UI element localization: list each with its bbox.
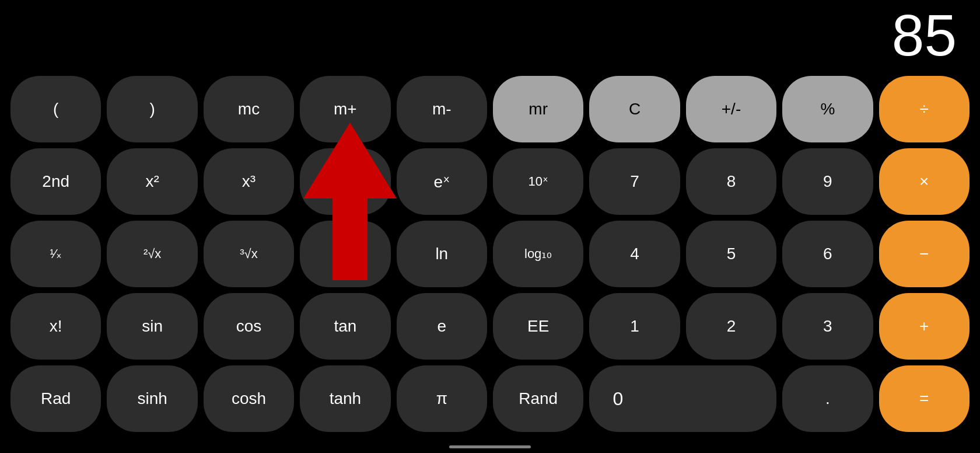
m-minus-button[interactable]: m- [397,76,487,142]
zero-button[interactable]: 0 [589,365,776,432]
tanh-button[interactable]: tanh [300,365,390,432]
rand-button[interactable]: Rand [493,365,583,432]
display: 85 [0,0,980,76]
ten-to-x-button[interactable]: 10ˣ [493,148,583,215]
five-button[interactable]: 5 [686,221,776,287]
decimal-button[interactable]: . [782,365,873,432]
display-number: 85 [892,6,957,64]
factorial-button[interactable]: x! [10,293,101,360]
sqrt-x-button[interactable]: ²√x [107,221,197,287]
sin-button[interactable]: sin [107,293,197,360]
x-squared-button[interactable]: x² [107,148,197,215]
multiply-button[interactable]: × [879,148,970,215]
e-to-x-button[interactable]: eˣ [397,148,487,215]
close-paren-button[interactable]: ) [107,76,197,142]
euler-button[interactable]: e [397,293,487,360]
m-plus-button[interactable]: m+ [300,76,390,142]
sinh-button[interactable]: sinh [107,365,197,432]
plus-minus-button[interactable]: +/- [686,76,776,142]
log10-button[interactable]: log₁₀ [493,221,583,287]
divide-button[interactable]: ÷ [879,76,970,142]
y-root-x-button[interactable]: ʸ√x [300,221,390,287]
subtract-button[interactable]: − [879,221,970,287]
cos-button[interactable]: cos [204,293,294,360]
x-cubed-button[interactable]: x³ [204,148,294,215]
nine-button[interactable]: 9 [782,148,873,215]
seven-button[interactable]: 7 [589,148,680,215]
pi-button[interactable]: π [397,365,487,432]
four-button[interactable]: 4 [589,221,680,287]
mc-button[interactable]: mc [204,76,294,142]
cosh-button[interactable]: cosh [204,365,294,432]
one-over-x-button[interactable]: ¹⁄ₓ [10,221,101,287]
three-button[interactable]: 3 [782,293,873,360]
second-button[interactable]: 2nd [10,148,101,215]
rad-button[interactable]: Rad [10,365,101,432]
ln-button[interactable]: ln [397,221,487,287]
one-button[interactable]: 1 [589,293,680,360]
calculator-grid: ()mcm+m-mrC+/-%÷2ndx²x³xʸeˣ10ˣ789×¹⁄ₓ²√x… [0,76,980,438]
two-button[interactable]: 2 [686,293,776,360]
six-button[interactable]: 6 [782,221,873,287]
home-indicator [449,445,531,448]
eight-button[interactable]: 8 [686,148,776,215]
equals-button[interactable]: = [879,365,970,432]
tan-button[interactable]: tan [300,293,390,360]
ee-button[interactable]: EE [493,293,583,360]
mr-button[interactable]: mr [493,76,583,142]
cbrt-x-button[interactable]: ³√x [204,221,294,287]
clear-button[interactable]: C [589,76,680,142]
open-paren-button[interactable]: ( [10,76,101,142]
x-to-y-button[interactable]: xʸ [300,148,390,215]
add-button[interactable]: + [879,293,970,360]
percent-button[interactable]: % [782,76,873,142]
